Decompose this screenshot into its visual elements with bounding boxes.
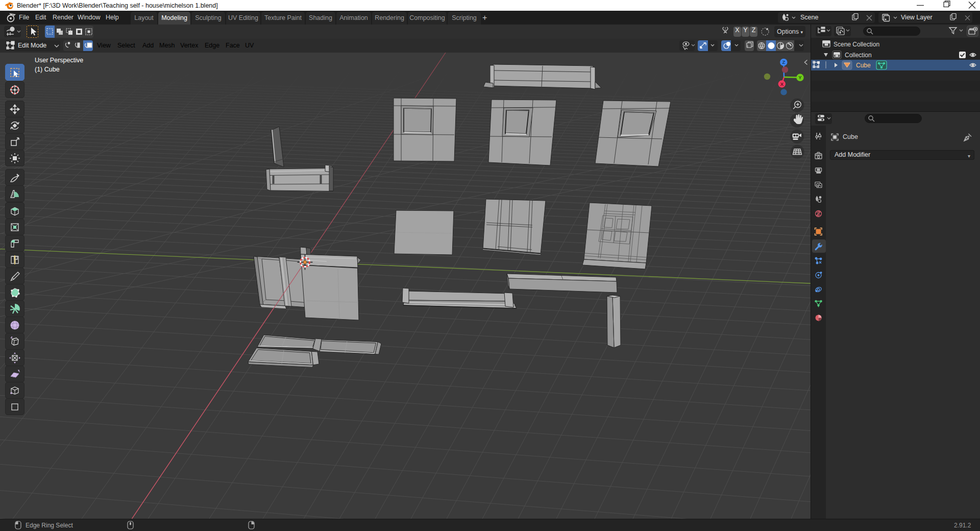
svg-text:2.91.2: 2.91.2 — [954, 522, 971, 529]
svg-text:User Perspective: User Perspective — [35, 57, 83, 64]
svg-text:(1) Cube: (1) Cube — [35, 66, 60, 73]
svg-text:Collection: Collection — [845, 52, 872, 59]
svg-text:Blender* [F:\3D Work\Blender\T: Blender* [F:\3D Work\Blender\Teaching se… — [17, 2, 218, 9]
svg-text:Edge Ring Select: Edge Ring Select — [26, 522, 73, 529]
svg-text:Scene Collection: Scene Collection — [834, 41, 879, 48]
svg-text:X: X — [780, 81, 784, 87]
svg-text:Cube: Cube — [856, 62, 871, 69]
svg-text:Y: Y — [798, 75, 802, 80]
svg-text:Z: Z — [782, 59, 785, 65]
